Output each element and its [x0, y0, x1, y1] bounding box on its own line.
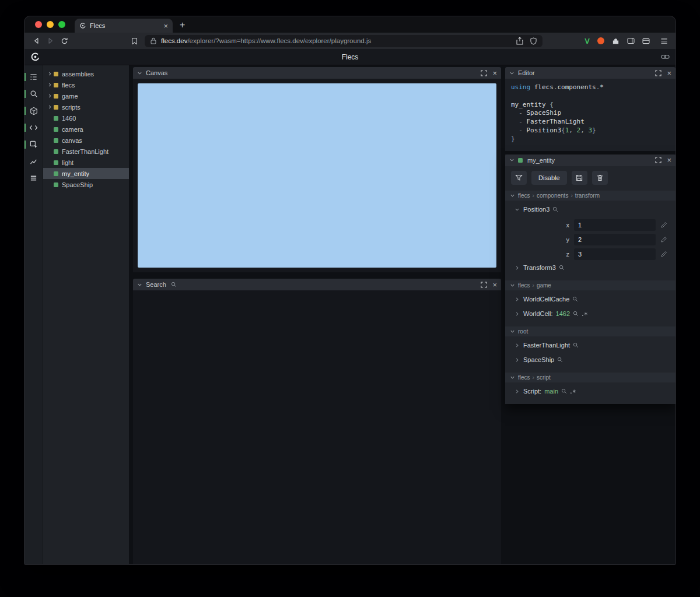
inspector-panel-header[interactable]: my_entity × [505, 154, 676, 166]
save-button[interactable] [572, 171, 587, 185]
search-icon[interactable] [561, 388, 567, 394]
field-input[interactable]: 3 [574, 248, 656, 260]
chevron-down-icon[interactable] [137, 282, 142, 287]
search-panel-header[interactable]: Search × [133, 279, 501, 290]
chevron-down-icon[interactable] [137, 71, 142, 76]
close-panel-icon[interactable]: × [667, 156, 671, 164]
tree-item-my_entity[interactable]: my_entity [43, 168, 129, 179]
minimize-window-button[interactable] [47, 21, 54, 28]
component-row[interactable]: WorldCell:1462 [505, 308, 676, 320]
entities-panel-button[interactable] [24, 104, 43, 118]
canvas-panel-header[interactable]: Canvas × [133, 67, 501, 79]
code-area[interactable]: using flecs.components.* my_entity { - S… [505, 79, 676, 151]
tree-item-FasterThanLight[interactable]: FasterThanLight [43, 146, 129, 157]
search-icon[interactable] [557, 357, 563, 363]
new-tab-button[interactable]: + [180, 20, 185, 30]
shield-icon[interactable] [530, 37, 537, 45]
close-tab-icon[interactable]: × [163, 22, 168, 30]
chevron-right-icon[interactable] [514, 357, 520, 363]
tree-item-assemblies[interactable]: assemblies [43, 68, 129, 79]
chevron-right-icon[interactable] [514, 297, 520, 302]
tree-item-flecs[interactable]: flecs [43, 79, 129, 90]
expand-panel-icon[interactable] [481, 282, 487, 288]
expand-panel-icon[interactable] [481, 70, 487, 76]
pencil-icon[interactable] [660, 236, 667, 243]
component-row[interactable]: Script:main [505, 385, 676, 398]
forward-button[interactable] [43, 34, 57, 48]
chevron-right-icon[interactable] [514, 311, 520, 317]
v-extension-icon[interactable]: V [584, 37, 590, 45]
chart-icon [30, 158, 38, 165]
chevron-right-icon[interactable] [47, 82, 53, 87]
chevron-right-icon[interactable] [47, 71, 53, 76]
charts-panel-button[interactable] [24, 154, 43, 168]
close-window-button[interactable] [35, 21, 42, 28]
close-panel-icon[interactable]: × [492, 281, 497, 289]
share-icon[interactable] [516, 37, 523, 45]
close-panel-icon[interactable]: × [492, 69, 497, 77]
chevron-right-icon[interactable] [47, 93, 53, 99]
search-icon[interactable] [559, 265, 565, 271]
flecs-favicon [79, 22, 86, 29]
chevron-right-icon[interactable] [47, 104, 53, 110]
url-text[interactable]: flecs.dev/explorer/?wasm=https://www.fle… [161, 37, 512, 44]
chevron-right-icon[interactable] [514, 343, 520, 348]
search-icon[interactable] [573, 342, 579, 348]
editor-panel-header[interactable]: Editor × [505, 67, 676, 79]
address-bar[interactable]: flecs.dev/explorer/?wasm=https://www.fle… [145, 35, 542, 47]
search-icon[interactable] [552, 206, 558, 212]
component-row[interactable]: Transform3 [505, 262, 676, 274]
browser-tab[interactable]: Flecs × [75, 19, 173, 33]
reload-button[interactable] [57, 34, 71, 48]
expand-panel-icon[interactable] [655, 70, 662, 76]
wallet-icon[interactable] [642, 38, 650, 44]
search-panel-button[interactable] [24, 87, 43, 101]
component-row[interactable]: SpaceShip [505, 354, 676, 366]
flecs-logo-icon[interactable] [30, 52, 40, 62]
query-filter-button[interactable] [511, 171, 527, 185]
pencil-icon[interactable] [660, 251, 667, 258]
chevron-right-icon[interactable] [514, 265, 520, 271]
delete-button[interactable] [592, 171, 608, 185]
tree-item-game[interactable]: game [43, 90, 129, 101]
component-row[interactable]: WorldCellCache [505, 293, 676, 305]
stats-panel-button[interactable] [24, 171, 43, 185]
expand-panel-icon[interactable] [655, 157, 662, 163]
tree-item-canvas[interactable]: canvas [43, 135, 129, 146]
search-icon[interactable] [573, 311, 579, 317]
editor-panel-button[interactable] [24, 121, 43, 135]
chevron-down-icon[interactable] [509, 157, 514, 163]
inspector-panel: my_entity × Disable [505, 154, 676, 404]
section-header[interactable]: flecs›game [505, 280, 676, 290]
chevron-right-icon[interactable] [514, 389, 520, 394]
search-icon[interactable] [572, 296, 578, 302]
tree-item-1460[interactable]: 1460 [43, 113, 129, 124]
tree-item-light[interactable]: light [43, 157, 129, 168]
section-header[interactable]: root [505, 326, 676, 336]
section-header[interactable]: flecs›script [505, 373, 676, 382]
inspector-panel-button[interactable] [24, 138, 43, 152]
chevron-down-icon[interactable] [514, 207, 520, 212]
back-button[interactable] [29, 34, 43, 48]
field-input[interactable]: 2 [574, 234, 656, 245]
component-row[interactable]: Position3 [505, 203, 676, 216]
menu-icon[interactable] [657, 34, 671, 48]
bookmark-icon[interactable] [127, 34, 141, 48]
zoom-window-button[interactable] [58, 21, 65, 28]
tree-panel-button[interactable] [24, 70, 43, 84]
chevron-down-icon[interactable] [509, 71, 514, 76]
tree-item-scripts[interactable]: scripts [43, 101, 129, 113]
close-panel-icon[interactable]: × [667, 69, 671, 77]
field-input[interactable]: 1 [574, 219, 656, 231]
section-header[interactable]: flecs›components›transform [505, 191, 676, 201]
orange-extension-icon[interactable] [597, 37, 604, 44]
link-icon[interactable] [661, 54, 670, 59]
component-row[interactable]: FasterThanLight [505, 339, 676, 352]
extensions-puzzle-icon[interactable] [612, 37, 620, 45]
pencil-icon[interactable] [660, 222, 667, 229]
tree-item-SpaceShip[interactable]: SpaceShip [43, 179, 129, 190]
sidebar-toggle-icon[interactable] [627, 37, 635, 44]
disable-button[interactable]: Disable [531, 171, 567, 185]
webgl-canvas[interactable] [138, 83, 496, 268]
tree-item-camera[interactable]: camera [43, 124, 129, 135]
